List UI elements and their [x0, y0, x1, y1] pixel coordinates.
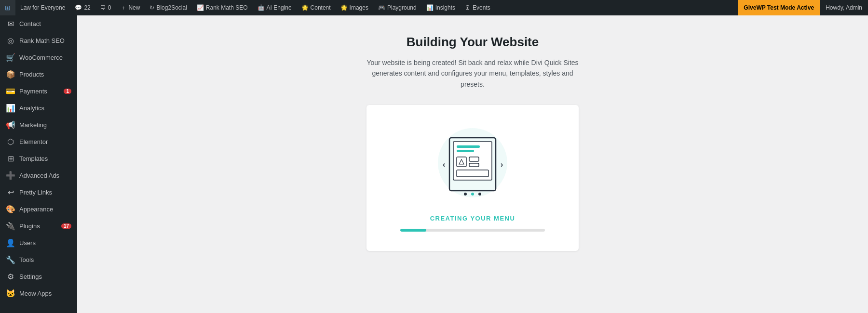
analytics-icon: 📊	[6, 104, 15, 113]
settings-label: Settings	[19, 273, 42, 280]
svg-point-13	[471, 193, 474, 196]
aiengine-icon: 🤖	[258, 4, 265, 11]
status-text: CREATING YOUR MENU	[430, 215, 515, 222]
sidebar-item-templates[interactable]: ⊞Templates	[0, 150, 77, 167]
content-label: Content	[311, 4, 331, 11]
sidebar-items: ✉Contact◎Rank Math SEO🛒WooCommerce📦Produ…	[0, 15, 77, 302]
sidebar-item-products[interactable]: 📦Products	[0, 66, 77, 83]
tools-label: Tools	[19, 256, 34, 263]
svg-point-12	[464, 193, 467, 196]
woocommerce-icon: 🛒	[6, 53, 15, 62]
comments-item[interactable]: 💬 22	[70, 0, 95, 15]
sidebar-item-meow-apps[interactable]: 🐱Meow Apps	[0, 285, 77, 302]
comment-icon: 💬	[75, 4, 82, 11]
svg-text:›: ›	[501, 160, 503, 169]
howdy-item[interactable]: Howdy, Admin	[820, 0, 868, 15]
rankmath-label: Rank Math SEO	[206, 4, 248, 11]
sidebar-item-woocommerce[interactable]: 🛒WooCommerce	[0, 49, 77, 66]
svg-rect-4	[457, 150, 474, 152]
users-icon: 👤	[6, 238, 15, 248]
users-label: Users	[19, 239, 36, 247]
content-item[interactable]: 🌟 Content	[297, 0, 336, 15]
appearance-label: Appearance	[19, 206, 53, 213]
marketing-label: Marketing	[19, 121, 47, 129]
blog2social-icon: ↻	[149, 4, 154, 11]
sidebar-item-payments[interactable]: 💳Payments1	[0, 83, 77, 100]
settings-icon: ⚙	[6, 272, 15, 281]
tools-icon: 🔧	[6, 255, 15, 264]
svg-text:‹: ‹	[443, 160, 445, 169]
templates-icon: ⊞	[6, 154, 15, 163]
plugins-badge: 17	[61, 223, 71, 229]
site-name-item[interactable]: Law for Everyone	[15, 0, 70, 15]
admin-bar-left: ⊞ Law for Everyone 💬 22 🗨 0 ＋ New ↻ Blog…	[0, 0, 495, 15]
insights-icon: 📊	[426, 4, 434, 11]
events-icon: 🗓	[465, 4, 471, 11]
pending-comments-item[interactable]: 🗨 0	[95, 0, 116, 15]
sidebar-item-settings[interactable]: ⚙Settings	[0, 268, 77, 285]
woocommerce-label: WooCommerce	[19, 54, 63, 61]
site-name-label: Law for Everyone	[20, 4, 65, 11]
sidebar-item-tools[interactable]: 🔧Tools	[0, 251, 77, 268]
progress-fill	[400, 229, 426, 232]
admin-bar: ⊞ Law for Everyone 💬 22 🗨 0 ＋ New ↻ Blog…	[0, 0, 868, 15]
pretty-links-icon: ↩	[6, 188, 15, 197]
main-content: Building Your Website Your website is be…	[77, 15, 868, 313]
appearance-icon: 🎨	[6, 205, 15, 214]
sidebar-item-analytics[interactable]: 📊Analytics	[0, 100, 77, 117]
aiengine-item[interactable]: 🤖 AI Engine	[253, 0, 297, 15]
sidebar-item-pretty-links[interactable]: ↩Pretty Links	[0, 184, 77, 201]
plugins-label: Plugins	[19, 222, 40, 230]
playground-item[interactable]: 🎮 Playground	[373, 0, 421, 15]
sidebar-item-appearance[interactable]: 🎨Appearance	[0, 201, 77, 218]
images-label: Images	[350, 4, 368, 11]
new-item[interactable]: ＋ New	[116, 0, 145, 15]
sidebar-item-rank-math-seo[interactable]: ◎Rank Math SEO	[0, 32, 77, 49]
meow-apps-label: Meow Apps	[19, 290, 52, 297]
payments-badge: 1	[64, 89, 71, 94]
playground-label: Playground	[387, 4, 417, 11]
sidebar-item-contact[interactable]: ✉Contact	[0, 15, 77, 32]
insights-item[interactable]: 📊 Insights	[421, 0, 460, 15]
page-subtitle: Your website is being created! Sit back …	[362, 57, 583, 90]
pending-count: 0	[108, 4, 111, 11]
pretty-links-label: Pretty Links	[19, 189, 52, 196]
sidebar-item-advanced-ads[interactable]: ➕Advanced Ads	[0, 167, 77, 184]
events-item[interactable]: 🗓 Events	[460, 0, 495, 15]
blog2social-label: Blog2Social	[156, 4, 187, 11]
givewp-badge[interactable]: GiveWP Test Mode Active	[738, 0, 820, 15]
pending-icon: 🗨	[100, 4, 106, 11]
sidebar: ✉Contact◎Rank Math SEO🛒WooCommerce📦Produ…	[0, 15, 77, 313]
events-label: Events	[473, 4, 490, 11]
sidebar-item-users[interactable]: 👤Users	[0, 235, 77, 251]
marketing-icon: 📢	[6, 120, 15, 130]
images-item[interactable]: 🌟 Images	[336, 0, 373, 15]
rankmath-item[interactable]: 📈 Rank Math SEO	[192, 0, 253, 15]
images-icon: 🌟	[340, 4, 348, 11]
blog2social-item[interactable]: ↻ Blog2Social	[145, 0, 191, 15]
new-label: New	[128, 4, 140, 11]
payments-icon: 💳	[6, 87, 15, 96]
progress-track	[400, 229, 545, 232]
contact-icon: ✉	[6, 19, 15, 28]
wp-logo-item[interactable]: ⊞	[0, 0, 15, 15]
sidebar-item-plugins[interactable]: 🔌Plugins17	[0, 218, 77, 235]
templates-label: Templates	[19, 155, 48, 162]
advanced-ads-label: Advanced Ads	[19, 172, 59, 179]
advanced-ads-icon: ➕	[6, 171, 15, 180]
elementor-icon: ⬡	[6, 137, 15, 146]
sidebar-item-elementor[interactable]: ⬡Elementor	[0, 133, 77, 150]
payments-label: Payments	[19, 88, 47, 95]
playground-icon: 🎮	[378, 4, 385, 11]
elementor-label: Elementor	[19, 138, 48, 145]
svg-rect-3	[457, 145, 480, 148]
comments-count: 22	[84, 4, 90, 11]
rank-math-seo-icon: ◎	[6, 36, 15, 45]
sidebar-item-marketing[interactable]: 📢Marketing	[0, 117, 77, 133]
meow-apps-icon: 🐱	[6, 289, 15, 298]
website-illustration: ‹ ›	[429, 124, 516, 201]
build-card: ‹ › CREATING YOUR MENU	[366, 105, 579, 251]
products-label: Products	[19, 71, 44, 78]
aiengine-label: AI Engine	[267, 4, 292, 11]
wp-logo-icon: ⊞	[5, 4, 11, 12]
